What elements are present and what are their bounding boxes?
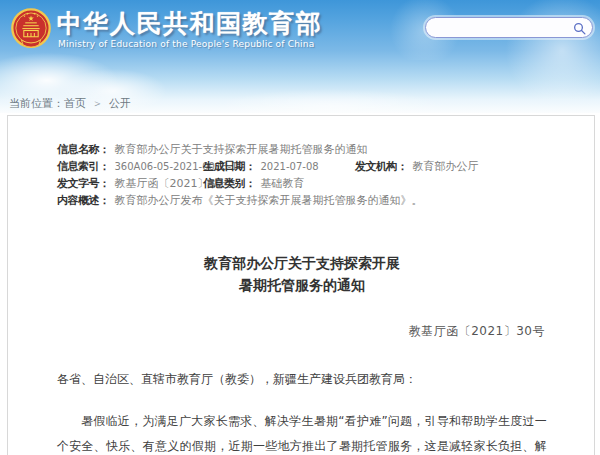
body-paragraph: 暑假临近，为满足广大家长需求、解决学生暑期“看护难”问题，引导和帮助学生度过一个… [57,409,547,455]
meta-row-index-date-agency: 信息索引：360A06-05-2021-0018-1 生成日期：2021-07-… [57,160,547,177]
cloud-decoration [180,70,480,113]
content-panel: 信息名称：教育部办公厅关于支持探索开展暑期托管服务的通知 信息索引：360A06… [7,115,595,455]
document-number: 教基厅函〔2021〕30号 [57,323,547,340]
meta-label-doc-number: 发文字号： [57,177,110,190]
search-input[interactable] [436,19,568,36]
meta-value-info-name: 教育部办公厅关于支持探索开展暑期托管服务的通知 [115,143,368,156]
breadcrumb-separator: ＞ [92,97,103,110]
national-emblem-icon[interactable] [8,7,54,55]
document-title-line2: 暑期托管服务的通知 [239,277,365,293]
site-title[interactable]: 中华人民共和国教育部 [57,7,322,40]
document-meta: 信息名称：教育部办公厅关于支持探索开展暑期托管服务的通知 信息索引：360A06… [57,143,547,211]
document-title-line1: 教育部办公厅关于支持探索开展 [204,255,400,271]
breadcrumb-prefix: 当前位置： [9,97,64,110]
page: 中华人民共和国教育部 Ministry of Education of the … [0,0,600,455]
meta-value-info-category: 基础教育 [261,177,305,190]
meta-label-info-name: 信息名称： [57,143,110,156]
breadcrumb-gongkai-link[interactable]: 公开 [109,97,131,110]
search-icon[interactable] [573,21,587,35]
site-header: 中华人民共和国教育部 Ministry of Education of the … [0,0,600,113]
meta-row-name: 信息名称：教育部办公厅关于支持探索开展暑期托管服务的通知 [57,143,547,160]
meta-label-info-category: 信息类别： [203,177,256,190]
meta-label-summary: 内容概述： [57,194,110,207]
meta-label-gen-date: 生成日期： [203,160,256,173]
breadcrumb-home-link[interactable]: 首页 [64,97,86,110]
meta-value-issuing-agency: 教育部办公厅 [413,160,479,173]
document-title: 教育部办公厅关于支持探索开展 暑期托管服务的通知 [57,252,547,296]
site-subtitle: Ministry of Education of the People's Re… [58,39,314,49]
meta-value-gen-date: 2021-07-08 [261,161,319,172]
meta-row-summary: 内容概述：教育部办公厅发布《关于支持探索开展暑期托管服务的通知》。 [57,194,547,211]
dandelion-decoration [490,0,600,100]
breadcrumb: 当前位置：首页＞公开 [9,96,131,111]
meta-label-info-index: 信息索引： [57,160,110,173]
search-box[interactable] [425,17,593,38]
meta-row-docnum-category: 发文字号：教基厅函〔2021〕30号 信息类别：基础教育 [57,177,547,194]
meta-value-summary: 教育部办公厅发布《关于支持探索开展暑期托管服务的通知》。 [115,194,423,207]
salutation: 各省、自治区、直辖市教育厅（教委），新疆生产建设兵团教育局： [57,371,547,388]
meta-label-issuing-agency: 发文机构： [355,160,408,173]
